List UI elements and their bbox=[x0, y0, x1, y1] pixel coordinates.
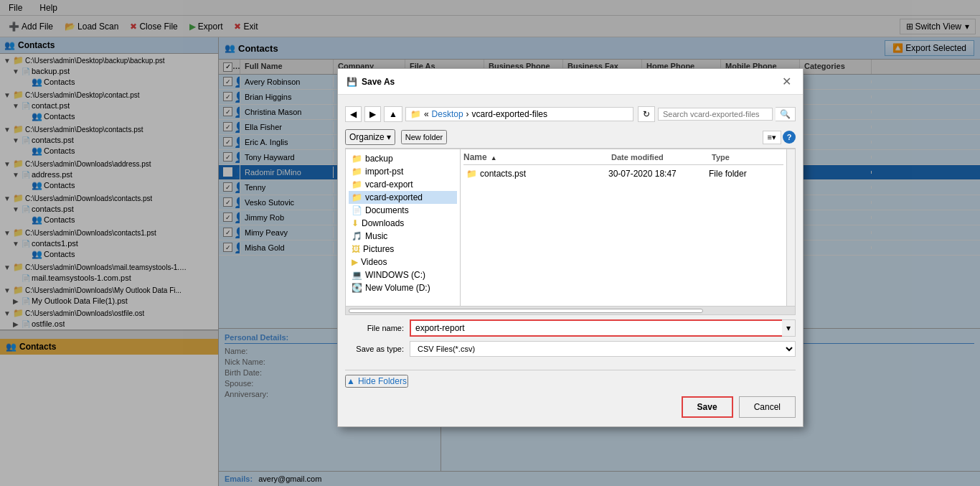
folder-icon: 📁 bbox=[352, 179, 362, 190]
folder-tree-item[interactable]: 🖼Pictures bbox=[349, 243, 457, 256]
save-button[interactable]: Save bbox=[682, 396, 733, 418]
folder-tree-item[interactable]: ▶Videos bbox=[349, 256, 457, 268]
folder-tree-item[interactable]: 💻WINDOWS (C:) bbox=[349, 268, 457, 281]
folder-label: Videos bbox=[361, 257, 387, 267]
dialog-bottom-bar: ▲ Hide Folders bbox=[345, 370, 796, 392]
help-button[interactable]: ? bbox=[783, 131, 796, 144]
file-type: File folder bbox=[709, 169, 781, 179]
breadcrumb-bar: 📁 « Desktop › vcard-exported-files bbox=[405, 107, 633, 121]
file-folder-icon: 📁 bbox=[466, 169, 477, 179]
folder-label: import-pst bbox=[365, 167, 403, 177]
dialog-close-button[interactable]: ✕ bbox=[779, 75, 794, 88]
savetype-label: Save as type: bbox=[345, 345, 410, 353]
folder-label: Downloads bbox=[362, 218, 404, 228]
folder-icon: 📄 bbox=[352, 205, 362, 215]
folder-icon: ▶ bbox=[352, 257, 358, 267]
breadcrumb-sep: « bbox=[424, 109, 429, 119]
dialog-title: 💾 Save As bbox=[347, 77, 395, 87]
breadcrumb-icon: 📁 bbox=[410, 109, 421, 119]
folder-icon: 🖼 bbox=[352, 244, 360, 254]
new-folder-button[interactable]: New folder bbox=[401, 130, 448, 144]
cancel-button[interactable]: Cancel bbox=[739, 396, 796, 418]
organize-button[interactable]: Organize ▾ bbox=[345, 129, 395, 145]
folder-label: vcard-export bbox=[365, 179, 413, 190]
organize-dropdown-icon: ▾ bbox=[387, 132, 391, 142]
file-col-date[interactable]: Date modified bbox=[611, 153, 712, 162]
folder-tree-item[interactable]: ⬇Downloads bbox=[349, 217, 457, 230]
dialog-overlay: 💾 Save As ✕ ◀ ▶ ▲ 📁 « Desktop › vcard-ex… bbox=[0, 0, 980, 486]
filename-label: File name: bbox=[345, 324, 410, 332]
hide-folders-button[interactable]: ▲ Hide Folders bbox=[345, 375, 408, 388]
folder-icon: 💽 bbox=[352, 283, 362, 293]
folder-tree-item[interactable]: 💽New Volume (D:) bbox=[349, 281, 457, 294]
file-row[interactable]: 📁 contacts.pst 30-07-2020 18:47 File fol… bbox=[463, 167, 783, 180]
search-input[interactable] bbox=[658, 108, 773, 121]
folder-label: Documents bbox=[365, 205, 409, 215]
folder-icon: 📁 bbox=[352, 167, 362, 177]
nav-up-button[interactable]: ▲ bbox=[384, 106, 402, 122]
folder-tree-item[interactable]: 📄Documents bbox=[349, 204, 457, 217]
nav-forward-button[interactable]: ▶ bbox=[364, 106, 381, 122]
savetype-row: Save as type: CSV Files(*.csv) bbox=[345, 341, 796, 357]
file-col-name[interactable]: Name ▲ bbox=[463, 152, 611, 162]
search-button[interactable]: 🔍 bbox=[776, 107, 796, 121]
file-name: 📁 contacts.pst bbox=[466, 169, 608, 179]
filename-input-container: ▾ bbox=[410, 319, 796, 337]
dialog-titlebar: 💾 Save As ✕ bbox=[338, 69, 803, 95]
folder-icon: 📁 bbox=[352, 154, 362, 164]
savetype-select[interactable]: CSV Files(*.csv) bbox=[410, 341, 796, 357]
file-date: 30-07-2020 18:47 bbox=[608, 169, 709, 179]
sort-arrow-icon: ▲ bbox=[491, 154, 497, 162]
folder-tree-item[interactable]: 📁import-pst bbox=[349, 165, 457, 178]
file-browser: 📁backup📁import-pst📁vcard-export📁vcard-ex… bbox=[345, 149, 796, 307]
folder-tree-item[interactable]: 📁backup bbox=[349, 152, 457, 165]
filename-dropdown-button[interactable]: ▾ bbox=[782, 319, 796, 337]
folder-icon: 📁 bbox=[352, 192, 362, 202]
file-list: Name ▲ Date modified Type 📁 contacts.pst… bbox=[461, 149, 786, 306]
hide-folders-arrow: ▲ bbox=[347, 376, 355, 386]
save-as-dialog: 💾 Save As ✕ ◀ ▶ ▲ 📁 « Desktop › vcard-ex… bbox=[337, 68, 804, 427]
folder-label: Music bbox=[365, 231, 387, 241]
folder-label: New Volume (D:) bbox=[365, 283, 430, 293]
dialog-title-icon: 💾 bbox=[347, 77, 357, 87]
folder-icon: 🎵 bbox=[352, 231, 362, 241]
nav-refresh-button[interactable]: ↻ bbox=[638, 106, 655, 122]
filename-input[interactable] bbox=[410, 319, 796, 337]
organize-bar: Organize ▾ New folder ≡▾ ? bbox=[345, 126, 796, 149]
breadcrumb-arrow: › bbox=[466, 109, 469, 119]
folder-tree-item[interactable]: 🎵Music bbox=[349, 230, 457, 243]
folder-icon: ⬇ bbox=[352, 218, 359, 228]
filename-row: File name: ▾ bbox=[345, 319, 796, 337]
file-list-header: Name ▲ Date modified Type bbox=[463, 152, 783, 165]
dialog-actions: Save Cancel bbox=[345, 392, 796, 419]
breadcrumb-vcard[interactable]: vcard-exported-files bbox=[472, 109, 547, 119]
file-col-type[interactable]: Type bbox=[712, 153, 783, 162]
folder-icon: 💻 bbox=[352, 270, 362, 280]
folder-label: Pictures bbox=[363, 244, 394, 254]
dialog-body: ◀ ▶ ▲ 📁 « Desktop › vcard-exported-files… bbox=[338, 95, 803, 426]
folder-tree-item[interactable]: 📁vcard-export bbox=[349, 178, 457, 191]
folder-label: WINDOWS (C:) bbox=[365, 270, 425, 280]
breadcrumb-desktop[interactable]: Desktop bbox=[432, 109, 463, 119]
folder-tree-item[interactable]: 📁vcard-exported bbox=[349, 191, 457, 204]
scroll-indicator[interactable] bbox=[786, 149, 795, 306]
nav-bar: ◀ ▶ ▲ 📁 « Desktop › vcard-exported-files… bbox=[345, 102, 796, 126]
filename-area: File name: ▾ Save as type: CSV Files(*.c… bbox=[345, 315, 796, 365]
folder-label: backup bbox=[365, 154, 393, 164]
folder-tree: 📁backup📁import-pst📁vcard-export📁vcard-ex… bbox=[346, 149, 461, 306]
view-dropdown-button[interactable]: ≡▾ bbox=[763, 131, 781, 144]
nav-back-button[interactable]: ◀ bbox=[345, 106, 362, 122]
folder-label: vcard-exported bbox=[365, 192, 423, 202]
view-options: ≡▾ ? bbox=[763, 131, 796, 144]
